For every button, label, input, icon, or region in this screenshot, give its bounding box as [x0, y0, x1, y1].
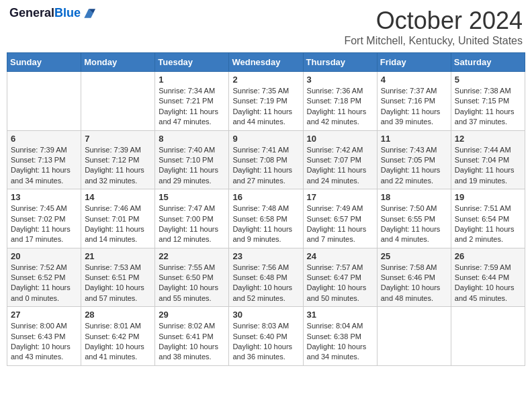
- day-info: Sunrise: 7:39 AMSunset: 7:12 PMDaylight:…: [85, 145, 151, 187]
- day-number: 24: [307, 251, 373, 261]
- day-info: Sunrise: 8:04 AMSunset: 6:38 PMDaylight:…: [307, 321, 373, 363]
- day-number: 22: [159, 251, 225, 261]
- calendar-week-row: 13Sunrise: 7:45 AMSunset: 7:02 PMDayligh…: [7, 189, 525, 248]
- month-title: October 2024: [344, 7, 523, 35]
- calendar-week-row: 20Sunrise: 7:52 AMSunset: 6:52 PMDayligh…: [7, 248, 525, 307]
- weekday-header-wednesday: Wednesday: [229, 53, 303, 72]
- day-number: 17: [307, 192, 373, 202]
- weekday-header-sunday: Sunday: [7, 53, 81, 72]
- calendar-cell: 22Sunrise: 7:55 AMSunset: 6:50 PMDayligh…: [155, 248, 229, 307]
- day-number: 18: [381, 192, 447, 202]
- calendar-cell: [451, 307, 525, 366]
- day-number: 23: [232, 251, 299, 261]
- calendar-cell: 15Sunrise: 7:47 AMSunset: 7:00 PMDayligh…: [155, 189, 229, 248]
- day-info: Sunrise: 7:41 AMSunset: 7:08 PMDaylight:…: [232, 145, 299, 187]
- day-number: 7: [85, 134, 151, 144]
- day-number: 13: [11, 192, 77, 202]
- day-info: Sunrise: 7:44 AMSunset: 7:04 PMDaylight:…: [455, 145, 521, 187]
- calendar-cell: 25Sunrise: 7:58 AMSunset: 6:46 PMDayligh…: [377, 248, 451, 307]
- calendar-cell: [377, 307, 451, 366]
- day-number: 25: [381, 251, 447, 261]
- weekday-header-thursday: Thursday: [303, 53, 377, 72]
- calendar-cell: 26Sunrise: 7:59 AMSunset: 6:44 PMDayligh…: [451, 248, 525, 307]
- day-info: Sunrise: 8:01 AMSunset: 6:42 PMDaylight:…: [85, 321, 151, 363]
- day-info: Sunrise: 7:53 AMSunset: 6:51 PMDaylight:…: [85, 263, 151, 304]
- day-number: 10: [307, 134, 373, 144]
- calendar-cell: [81, 72, 155, 131]
- day-info: Sunrise: 7:45 AMSunset: 7:02 PMDaylight:…: [11, 203, 77, 245]
- day-number: 30: [232, 310, 299, 320]
- weekday-header-monday: Monday: [81, 53, 155, 72]
- calendar-cell: 11Sunrise: 7:43 AMSunset: 7:05 PMDayligh…: [377, 130, 451, 189]
- day-number: 6: [11, 134, 77, 144]
- day-info: Sunrise: 7:49 AMSunset: 6:57 PMDaylight:…: [307, 203, 373, 245]
- calendar-cell: 28Sunrise: 8:01 AMSunset: 6:42 PMDayligh…: [81, 307, 155, 366]
- day-number: 29: [159, 310, 225, 320]
- day-number: 20: [11, 251, 77, 261]
- day-info: Sunrise: 7:56 AMSunset: 6:48 PMDaylight:…: [232, 263, 299, 304]
- calendar-cell: 1Sunrise: 7:34 AMSunset: 7:21 PMDaylight…: [155, 72, 229, 131]
- day-info: Sunrise: 7:47 AMSunset: 7:00 PMDaylight:…: [159, 203, 225, 245]
- day-info: Sunrise: 8:00 AMSunset: 6:43 PMDaylight:…: [11, 321, 77, 363]
- day-info: Sunrise: 7:34 AMSunset: 7:21 PMDaylight:…: [159, 86, 225, 128]
- day-info: Sunrise: 8:02 AMSunset: 6:41 PMDaylight:…: [159, 321, 225, 363]
- calendar-cell: 9Sunrise: 7:41 AMSunset: 7:08 PMDaylight…: [229, 130, 303, 189]
- calendar-week-row: 1Sunrise: 7:34 AMSunset: 7:21 PMDaylight…: [7, 72, 525, 131]
- day-number: 2: [232, 75, 299, 85]
- day-info: Sunrise: 8:03 AMSunset: 6:40 PMDaylight:…: [232, 321, 299, 363]
- calendar-cell: 6Sunrise: 7:39 AMSunset: 7:13 PMDaylight…: [7, 130, 81, 189]
- day-number: 14: [85, 192, 151, 202]
- day-info: Sunrise: 7:38 AMSunset: 7:15 PMDaylight:…: [455, 86, 521, 128]
- day-number: 11: [381, 134, 447, 144]
- calendar-cell: [7, 72, 81, 131]
- calendar-cell: 14Sunrise: 7:46 AMSunset: 7:01 PMDayligh…: [81, 189, 155, 248]
- day-info: Sunrise: 7:51 AMSunset: 6:54 PMDaylight:…: [455, 203, 521, 245]
- day-number: 28: [85, 310, 151, 320]
- page-header: GeneralBlue October 2024 Fort Mitchell, …: [7, 7, 525, 47]
- logo-text: GeneralBlue: [9, 7, 81, 20]
- calendar-cell: 3Sunrise: 7:36 AMSunset: 7:18 PMDaylight…: [303, 72, 377, 131]
- calendar-cell: 21Sunrise: 7:53 AMSunset: 6:51 PMDayligh…: [81, 248, 155, 307]
- day-info: Sunrise: 7:52 AMSunset: 6:52 PMDaylight:…: [11, 263, 77, 304]
- calendar-cell: 30Sunrise: 8:03 AMSunset: 6:40 PMDayligh…: [229, 307, 303, 366]
- calendar-cell: 7Sunrise: 7:39 AMSunset: 7:12 PMDaylight…: [81, 130, 155, 189]
- day-number: 9: [232, 134, 299, 144]
- day-info: Sunrise: 7:35 AMSunset: 7:19 PMDaylight:…: [232, 86, 299, 128]
- calendar-cell: 8Sunrise: 7:40 AMSunset: 7:10 PMDaylight…: [155, 130, 229, 189]
- day-number: 1: [159, 75, 225, 85]
- day-number: 12: [455, 134, 521, 144]
- logo: GeneralBlue: [9, 7, 95, 20]
- day-info: Sunrise: 7:59 AMSunset: 6:44 PMDaylight:…: [455, 263, 521, 304]
- location: Fort Mitchell, Kentucky, United States: [344, 35, 523, 47]
- day-info: Sunrise: 7:46 AMSunset: 7:01 PMDaylight:…: [85, 203, 151, 245]
- day-info: Sunrise: 7:40 AMSunset: 7:10 PMDaylight:…: [159, 145, 225, 187]
- calendar-cell: 29Sunrise: 8:02 AMSunset: 6:41 PMDayligh…: [155, 307, 229, 366]
- day-number: 27: [11, 310, 77, 320]
- day-info: Sunrise: 7:37 AMSunset: 7:16 PMDaylight:…: [381, 86, 447, 128]
- day-info: Sunrise: 7:43 AMSunset: 7:05 PMDaylight:…: [381, 145, 447, 187]
- day-number: 5: [455, 75, 521, 85]
- calendar-week-row: 27Sunrise: 8:00 AMSunset: 6:43 PMDayligh…: [7, 307, 525, 366]
- day-number: 15: [159, 192, 225, 202]
- day-info: Sunrise: 7:48 AMSunset: 6:58 PMDaylight:…: [232, 203, 299, 245]
- calendar-header-row: SundayMondayTuesdayWednesdayThursdayFrid…: [7, 53, 525, 72]
- day-info: Sunrise: 7:36 AMSunset: 7:18 PMDaylight:…: [307, 86, 373, 128]
- day-number: 16: [232, 192, 299, 202]
- weekday-header-tuesday: Tuesday: [155, 53, 229, 72]
- calendar-cell: 23Sunrise: 7:56 AMSunset: 6:48 PMDayligh…: [229, 248, 303, 307]
- day-number: 3: [307, 75, 373, 85]
- day-info: Sunrise: 7:39 AMSunset: 7:13 PMDaylight:…: [11, 145, 77, 187]
- day-info: Sunrise: 7:50 AMSunset: 6:55 PMDaylight:…: [381, 203, 447, 245]
- day-number: 4: [381, 75, 447, 85]
- day-number: 26: [455, 251, 521, 261]
- calendar-cell: 4Sunrise: 7:37 AMSunset: 7:16 PMDaylight…: [377, 72, 451, 131]
- calendar-cell: 31Sunrise: 8:04 AMSunset: 6:38 PMDayligh…: [303, 307, 377, 366]
- calendar-table: SundayMondayTuesdayWednesdayThursdayFrid…: [7, 52, 525, 366]
- day-number: 8: [159, 134, 225, 144]
- calendar-cell: 20Sunrise: 7:52 AMSunset: 6:52 PMDayligh…: [7, 248, 81, 307]
- day-info: Sunrise: 7:58 AMSunset: 6:46 PMDaylight:…: [381, 263, 447, 304]
- calendar-cell: 5Sunrise: 7:38 AMSunset: 7:15 PMDaylight…: [451, 72, 525, 131]
- calendar-cell: 19Sunrise: 7:51 AMSunset: 6:54 PMDayligh…: [451, 189, 525, 248]
- day-info: Sunrise: 7:42 AMSunset: 7:07 PMDaylight:…: [307, 145, 373, 187]
- calendar-cell: 12Sunrise: 7:44 AMSunset: 7:04 PMDayligh…: [451, 130, 525, 189]
